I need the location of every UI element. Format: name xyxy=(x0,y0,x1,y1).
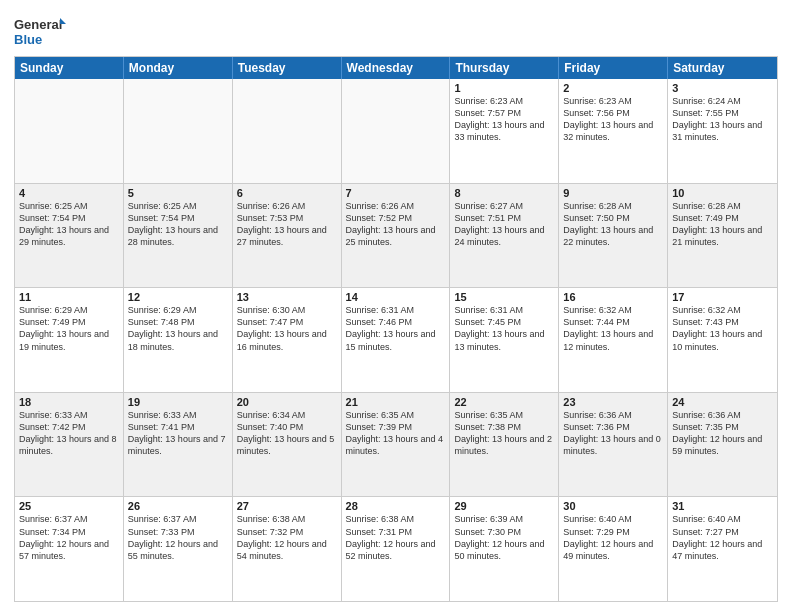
day-cell-3: 3Sunrise: 6:24 AM Sunset: 7:55 PM Daylig… xyxy=(668,79,777,183)
day-number: 17 xyxy=(672,291,773,303)
day-header-monday: Monday xyxy=(124,57,233,79)
day-content: Sunrise: 6:25 AM Sunset: 7:54 PM Dayligh… xyxy=(128,200,228,249)
calendar-week-2: 4Sunrise: 6:25 AM Sunset: 7:54 PM Daylig… xyxy=(15,184,777,289)
day-content: Sunrise: 6:37 AM Sunset: 7:34 PM Dayligh… xyxy=(19,513,119,562)
day-cell-15: 15Sunrise: 6:31 AM Sunset: 7:45 PM Dayli… xyxy=(450,288,559,392)
day-cell-14: 14Sunrise: 6:31 AM Sunset: 7:46 PM Dayli… xyxy=(342,288,451,392)
day-number: 31 xyxy=(672,500,773,512)
day-content: Sunrise: 6:23 AM Sunset: 7:57 PM Dayligh… xyxy=(454,95,554,144)
day-cell-28: 28Sunrise: 6:38 AM Sunset: 7:31 PM Dayli… xyxy=(342,497,451,601)
day-cell-6: 6Sunrise: 6:26 AM Sunset: 7:53 PM Daylig… xyxy=(233,184,342,288)
empty-cell xyxy=(233,79,342,183)
page: General Blue SundayMondayTuesdayWednesda… xyxy=(0,0,792,612)
day-cell-27: 27Sunrise: 6:38 AM Sunset: 7:32 PM Dayli… xyxy=(233,497,342,601)
day-content: Sunrise: 6:27 AM Sunset: 7:51 PM Dayligh… xyxy=(454,200,554,249)
calendar-body: 1Sunrise: 6:23 AM Sunset: 7:57 PM Daylig… xyxy=(15,79,777,601)
calendar-week-4: 18Sunrise: 6:33 AM Sunset: 7:42 PM Dayli… xyxy=(15,393,777,498)
day-number: 7 xyxy=(346,187,446,199)
day-content: Sunrise: 6:26 AM Sunset: 7:53 PM Dayligh… xyxy=(237,200,337,249)
day-cell-19: 19Sunrise: 6:33 AM Sunset: 7:41 PM Dayli… xyxy=(124,393,233,497)
day-cell-20: 20Sunrise: 6:34 AM Sunset: 7:40 PM Dayli… xyxy=(233,393,342,497)
day-cell-10: 10Sunrise: 6:28 AM Sunset: 7:49 PM Dayli… xyxy=(668,184,777,288)
day-content: Sunrise: 6:25 AM Sunset: 7:54 PM Dayligh… xyxy=(19,200,119,249)
calendar-week-3: 11Sunrise: 6:29 AM Sunset: 7:49 PM Dayli… xyxy=(15,288,777,393)
day-cell-18: 18Sunrise: 6:33 AM Sunset: 7:42 PM Dayli… xyxy=(15,393,124,497)
day-content: Sunrise: 6:32 AM Sunset: 7:44 PM Dayligh… xyxy=(563,304,663,353)
empty-cell xyxy=(342,79,451,183)
day-cell-4: 4Sunrise: 6:25 AM Sunset: 7:54 PM Daylig… xyxy=(15,184,124,288)
day-cell-9: 9Sunrise: 6:28 AM Sunset: 7:50 PM Daylig… xyxy=(559,184,668,288)
calendar: SundayMondayTuesdayWednesdayThursdayFrid… xyxy=(14,56,778,602)
day-number: 25 xyxy=(19,500,119,512)
day-header-thursday: Thursday xyxy=(450,57,559,79)
day-cell-23: 23Sunrise: 6:36 AM Sunset: 7:36 PM Dayli… xyxy=(559,393,668,497)
day-content: Sunrise: 6:38 AM Sunset: 7:31 PM Dayligh… xyxy=(346,513,446,562)
day-content: Sunrise: 6:28 AM Sunset: 7:50 PM Dayligh… xyxy=(563,200,663,249)
day-number: 9 xyxy=(563,187,663,199)
header: General Blue xyxy=(14,10,778,50)
day-cell-21: 21Sunrise: 6:35 AM Sunset: 7:39 PM Dayli… xyxy=(342,393,451,497)
day-number: 29 xyxy=(454,500,554,512)
day-header-friday: Friday xyxy=(559,57,668,79)
day-content: Sunrise: 6:33 AM Sunset: 7:41 PM Dayligh… xyxy=(128,409,228,458)
day-content: Sunrise: 6:33 AM Sunset: 7:42 PM Dayligh… xyxy=(19,409,119,458)
day-number: 8 xyxy=(454,187,554,199)
day-cell-25: 25Sunrise: 6:37 AM Sunset: 7:34 PM Dayli… xyxy=(15,497,124,601)
empty-cell xyxy=(15,79,124,183)
day-number: 20 xyxy=(237,396,337,408)
day-number: 14 xyxy=(346,291,446,303)
logo: General Blue xyxy=(14,14,66,50)
day-number: 21 xyxy=(346,396,446,408)
day-cell-11: 11Sunrise: 6:29 AM Sunset: 7:49 PM Dayli… xyxy=(15,288,124,392)
day-cell-2: 2Sunrise: 6:23 AM Sunset: 7:56 PM Daylig… xyxy=(559,79,668,183)
day-number: 19 xyxy=(128,396,228,408)
day-header-saturday: Saturday xyxy=(668,57,777,79)
day-number: 22 xyxy=(454,396,554,408)
day-cell-13: 13Sunrise: 6:30 AM Sunset: 7:47 PM Dayli… xyxy=(233,288,342,392)
day-cell-29: 29Sunrise: 6:39 AM Sunset: 7:30 PM Dayli… xyxy=(450,497,559,601)
day-content: Sunrise: 6:35 AM Sunset: 7:38 PM Dayligh… xyxy=(454,409,554,458)
calendar-week-1: 1Sunrise: 6:23 AM Sunset: 7:57 PM Daylig… xyxy=(15,79,777,184)
day-number: 5 xyxy=(128,187,228,199)
day-content: Sunrise: 6:38 AM Sunset: 7:32 PM Dayligh… xyxy=(237,513,337,562)
day-number: 15 xyxy=(454,291,554,303)
day-content: Sunrise: 6:39 AM Sunset: 7:30 PM Dayligh… xyxy=(454,513,554,562)
day-number: 24 xyxy=(672,396,773,408)
day-number: 2 xyxy=(563,82,663,94)
day-content: Sunrise: 6:34 AM Sunset: 7:40 PM Dayligh… xyxy=(237,409,337,458)
day-header-wednesday: Wednesday xyxy=(342,57,451,79)
day-header-tuesday: Tuesday xyxy=(233,57,342,79)
day-cell-8: 8Sunrise: 6:27 AM Sunset: 7:51 PM Daylig… xyxy=(450,184,559,288)
day-number: 26 xyxy=(128,500,228,512)
day-cell-5: 5Sunrise: 6:25 AM Sunset: 7:54 PM Daylig… xyxy=(124,184,233,288)
day-content: Sunrise: 6:40 AM Sunset: 7:27 PM Dayligh… xyxy=(672,513,773,562)
day-content: Sunrise: 6:37 AM Sunset: 7:33 PM Dayligh… xyxy=(128,513,228,562)
empty-cell xyxy=(124,79,233,183)
day-number: 6 xyxy=(237,187,337,199)
day-number: 18 xyxy=(19,396,119,408)
day-cell-22: 22Sunrise: 6:35 AM Sunset: 7:38 PM Dayli… xyxy=(450,393,559,497)
logo-svg: General Blue xyxy=(14,14,66,50)
day-number: 28 xyxy=(346,500,446,512)
day-number: 4 xyxy=(19,187,119,199)
day-content: Sunrise: 6:31 AM Sunset: 7:45 PM Dayligh… xyxy=(454,304,554,353)
day-cell-16: 16Sunrise: 6:32 AM Sunset: 7:44 PM Dayli… xyxy=(559,288,668,392)
day-content: Sunrise: 6:24 AM Sunset: 7:55 PM Dayligh… xyxy=(672,95,773,144)
day-content: Sunrise: 6:26 AM Sunset: 7:52 PM Dayligh… xyxy=(346,200,446,249)
day-cell-26: 26Sunrise: 6:37 AM Sunset: 7:33 PM Dayli… xyxy=(124,497,233,601)
calendar-week-5: 25Sunrise: 6:37 AM Sunset: 7:34 PM Dayli… xyxy=(15,497,777,601)
day-number: 16 xyxy=(563,291,663,303)
day-cell-7: 7Sunrise: 6:26 AM Sunset: 7:52 PM Daylig… xyxy=(342,184,451,288)
day-cell-17: 17Sunrise: 6:32 AM Sunset: 7:43 PM Dayli… xyxy=(668,288,777,392)
day-content: Sunrise: 6:31 AM Sunset: 7:46 PM Dayligh… xyxy=(346,304,446,353)
day-content: Sunrise: 6:36 AM Sunset: 7:36 PM Dayligh… xyxy=(563,409,663,458)
calendar-header-row: SundayMondayTuesdayWednesdayThursdayFrid… xyxy=(15,57,777,79)
day-header-sunday: Sunday xyxy=(15,57,124,79)
day-number: 12 xyxy=(128,291,228,303)
day-cell-24: 24Sunrise: 6:36 AM Sunset: 7:35 PM Dayli… xyxy=(668,393,777,497)
day-number: 30 xyxy=(563,500,663,512)
day-content: Sunrise: 6:32 AM Sunset: 7:43 PM Dayligh… xyxy=(672,304,773,353)
day-cell-1: 1Sunrise: 6:23 AM Sunset: 7:57 PM Daylig… xyxy=(450,79,559,183)
day-content: Sunrise: 6:29 AM Sunset: 7:48 PM Dayligh… xyxy=(128,304,228,353)
day-cell-30: 30Sunrise: 6:40 AM Sunset: 7:29 PM Dayli… xyxy=(559,497,668,601)
